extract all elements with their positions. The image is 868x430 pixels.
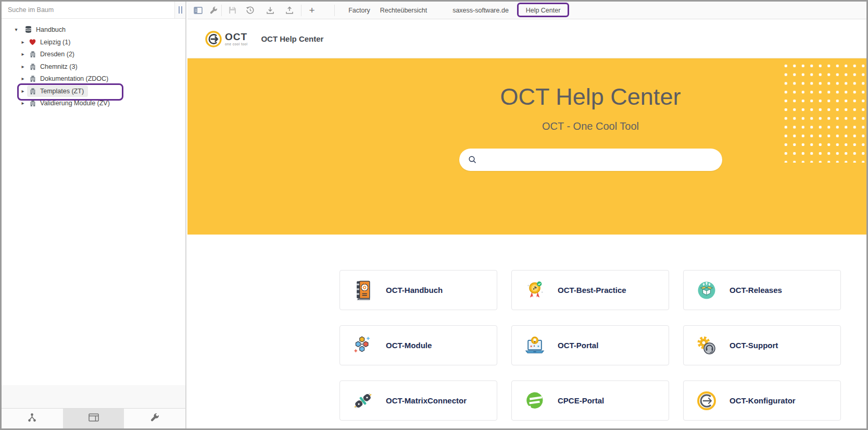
- card-oct-portal[interactable]: OCT-Portal: [511, 325, 669, 365]
- app-window: ▾ Handbuch ▸ Leipzig (1): [0, 0, 868, 430]
- hero-search-box[interactable]: [459, 149, 722, 171]
- card-oct-releases[interactable]: OCT-Releases: [683, 270, 841, 310]
- toolbar-separator: [301, 5, 301, 16]
- splitter-handle[interactable]: [175, 2, 185, 18]
- add-tab-button[interactable]: +: [306, 5, 318, 16]
- tree-item-leipzig[interactable]: ▸ Leipzig (1): [2, 36, 185, 48]
- medal-icon: [523, 278, 547, 302]
- history-button[interactable]: [244, 5, 256, 16]
- building-icon: [29, 99, 36, 107]
- wrench-icon: [209, 6, 218, 15]
- hero-subtitle: OCT - One Cool Tool: [339, 120, 841, 132]
- sidebar-tab-wrench[interactable]: [124, 409, 185, 428]
- support-icon: [695, 334, 719, 358]
- card-label: OCT-Handbuch: [386, 286, 443, 294]
- sidebar-tab-hierarchy[interactable]: [2, 409, 63, 428]
- upload-button[interactable]: [284, 5, 295, 16]
- card-label: OCT-Support: [729, 341, 778, 350]
- grip-icon: [179, 6, 182, 14]
- tree-item-label: Validierung Module (ZV): [40, 100, 110, 107]
- tab-rechteuebersicht[interactable]: Rechteübersicht: [380, 2, 427, 19]
- chevron-right-icon[interactable]: ▸: [20, 64, 26, 70]
- sidebar: ▾ Handbuch ▸ Leipzig (1): [2, 2, 186, 428]
- tree-item-handbuch[interactable]: ▾ Handbuch: [2, 23, 185, 35]
- help-card-grid: OCT-Handbuch OCT-Best-Practice OCT-Relea…: [339, 270, 841, 421]
- chevron-right-icon[interactable]: ▸: [20, 100, 26, 106]
- oct-logo-icon: [205, 31, 222, 47]
- card-oct-best-practice[interactable]: OCT-Best-Practice: [511, 270, 669, 310]
- hero-content: OCT Help Center OCT - One Cool Tool: [339, 58, 841, 171]
- chevron-right-icon[interactable]: ▸: [20, 88, 26, 94]
- main-area: + Factory Rechteübersicht saxess-softwar…: [187, 2, 866, 428]
- card-label: OCT-Konfigurator: [729, 396, 796, 405]
- card-oct-module[interactable]: OCT-Module: [339, 325, 497, 365]
- cpce-logo-icon: [523, 389, 547, 413]
- logo-tagline: one cool tool: [225, 43, 247, 46]
- panel-toggle-button[interactable]: [192, 5, 204, 16]
- card-oct-support[interactable]: OCT-Support: [683, 325, 841, 365]
- panel-toggle-icon: [194, 7, 203, 14]
- download-icon: [266, 6, 274, 15]
- package-icon: [695, 278, 719, 302]
- chevron-right-icon[interactable]: ▸: [20, 51, 26, 57]
- heart-icon: [29, 38, 36, 46]
- plus-icon: +: [309, 5, 315, 15]
- tree-item-dokumentation[interactable]: ▸ Dokumentation (ZDOC): [2, 72, 185, 84]
- building-icon: [29, 87, 36, 95]
- toolbar-separator: [334, 5, 335, 16]
- building-icon: [29, 50, 36, 58]
- card-oct-matrixconnector[interactable]: OCT-MatrixConnector: [339, 380, 497, 421]
- card-label: OCT-Releases: [729, 286, 782, 294]
- card-label: CPCE-Portal: [558, 396, 604, 405]
- tree-item-templates[interactable]: ▸ Templates (ZT): [2, 85, 185, 97]
- tree-item-label: Chemnitz (3): [40, 63, 78, 70]
- sidebar-bottom-strip: [2, 385, 185, 408]
- chevron-right-icon[interactable]: ▸: [20, 39, 26, 45]
- tab-saxess-software[interactable]: saxess-software.de: [452, 2, 509, 19]
- main-toolbar: + Factory Rechteübersicht saxess-softwar…: [187, 2, 866, 19]
- tree-item-label: Leipzig (1): [40, 39, 70, 46]
- hero-title: OCT Help Center: [339, 83, 841, 110]
- save-icon: [229, 6, 236, 14]
- tree-search-input[interactable]: [2, 6, 174, 14]
- history-icon: [246, 6, 255, 15]
- hero-banner: OCT Help Center OCT - One Cool Tool: [187, 58, 866, 235]
- book-icon: [351, 278, 375, 302]
- tree-item-label: Dokumentation (ZDOC): [40, 75, 108, 82]
- tab-factory[interactable]: Factory: [348, 2, 370, 19]
- card-label: OCT-Portal: [558, 341, 598, 350]
- wrench-icon: [150, 413, 159, 424]
- page-title: OCT Help Center: [261, 34, 323, 43]
- hexagons-icon: [351, 334, 375, 358]
- hero-search-input[interactable]: [477, 149, 722, 171]
- chevron-down-icon[interactable]: ▾: [13, 27, 19, 33]
- tree-item-label: Templates (ZT): [40, 88, 84, 95]
- sidebar-bottom-tabs: [2, 408, 185, 428]
- card-oct-konfigurator[interactable]: OCT-Konfigurator: [683, 380, 841, 421]
- search-icon: [468, 155, 477, 164]
- tree-item-chemnitz[interactable]: ▸ Chemnitz (3): [2, 60, 185, 72]
- wrench-button[interactable]: [208, 5, 219, 16]
- toolbar-separator: [221, 5, 222, 16]
- oct-logo: OCT one cool tool: [205, 31, 247, 47]
- card-oct-handbuch[interactable]: OCT-Handbuch: [339, 270, 497, 310]
- building-icon: [29, 63, 36, 70]
- tree-item-selected-highlight: Templates (ZT): [27, 85, 88, 97]
- hierarchy-icon: [27, 413, 37, 424]
- building-icon: [29, 75, 36, 82]
- card-label: OCT-Module: [386, 341, 432, 350]
- tree-item-validierung[interactable]: ▸ Validierung Module (ZV): [2, 97, 185, 109]
- sidebar-tab-table[interactable]: [63, 409, 124, 428]
- table-icon: [89, 413, 99, 424]
- tree-item-dresden[interactable]: ▸ Dresden (2): [2, 48, 185, 60]
- tab-help-center[interactable]: Help Center: [526, 2, 561, 19]
- chevron-right-icon[interactable]: ▸: [20, 76, 26, 82]
- tree-item-label: Dresden (2): [40, 51, 74, 58]
- download-button[interactable]: [265, 5, 276, 16]
- oct-ring-icon: [695, 389, 719, 413]
- card-cpce-portal[interactable]: CPCE-Portal: [511, 380, 669, 421]
- card-label: OCT-MatrixConnector: [386, 396, 467, 405]
- save-button[interactable]: [227, 5, 238, 16]
- tree-item-label: Handbuch: [36, 26, 66, 33]
- tree-search[interactable]: [2, 2, 175, 18]
